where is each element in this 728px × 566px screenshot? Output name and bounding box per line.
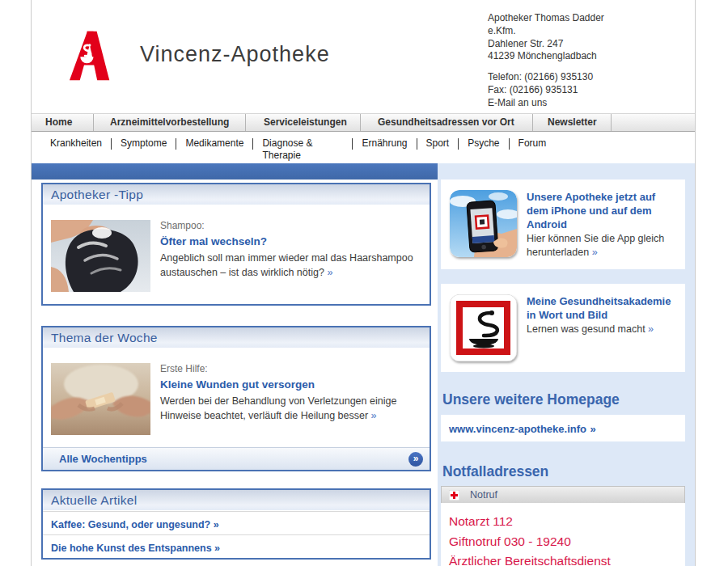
akademie-promo-text-block: Meine Gesundheitsakademie in Wort und Bi… (527, 294, 679, 361)
apotheke-a-logo-icon[interactable] (64, 29, 111, 82)
separator (458, 138, 459, 150)
notruf-panel: Notruf Notarzt 112 Giftnotruf 030 - 1924… (441, 486, 685, 566)
contact-legal: e.Kfm. (488, 25, 604, 38)
separator (176, 138, 176, 150)
subnav-item-ernaehrung[interactable]: Ernährung (362, 137, 407, 163)
subnav-item-sport[interactable]: Sport (426, 137, 450, 163)
site-title: Vincenz-Apotheke (140, 42, 330, 67)
app-promo-text-block: Unsere Apotheke jetzt auf dem iPhone und… (527, 190, 679, 259)
akademie-promo-title-link[interactable]: Meine Gesundheitsakademie in Wort und Bi… (527, 294, 679, 322)
thema-der-woche-body: Erste Hilfe: Kleine Wunden gut versorgen… (43, 348, 430, 447)
apotheker-tipp-teaser: Shampoo: Öfter mal wechseln? Angeblich s… (160, 220, 421, 292)
homepage-link[interactable]: www.vincenz-apotheke.info (449, 423, 586, 435)
contact-fax: Fax: (02166) 935131 (488, 84, 604, 97)
smartphone-app-image[interactable] (450, 190, 517, 257)
shampoo-image[interactable] (51, 220, 150, 292)
separator (111, 138, 112, 150)
nav-item-serviceleistungen[interactable]: Serviceleistungen (246, 114, 361, 131)
subnav-item-krankheiten[interactable]: Krankheiten (50, 137, 102, 163)
contact-block: Apotheker Thomas Dadder e.Kfm. Dahlener … (488, 12, 604, 118)
emergency-entry: Notarzt 112 (449, 512, 685, 532)
notruf-body: Notarzt 112 Giftnotruf 030 - 19240 Ärztl… (441, 503, 685, 566)
emergency-entry: Ärztlicher Bereitschaftsdienst (449, 551, 685, 566)
akademie-promo-text: Lernen was gesund macht » (527, 323, 679, 336)
more-link[interactable]: » (590, 423, 595, 435)
app-promo-box: Unsere Apotheke jetzt auf dem iPhone und… (441, 180, 685, 269)
subnav-item-forum[interactable]: Forum (518, 137, 547, 163)
nav-item-home[interactable]: Home (32, 114, 94, 131)
more-link[interactable]: » (327, 267, 332, 278)
notruf-header-bar: Notruf (441, 486, 685, 503)
teaser-headline-link[interactable]: Kleine Wunden gut versorgen (160, 378, 315, 391)
gesundheitsakademie-logo-image[interactable] (450, 294, 517, 361)
blue-divider-bar (32, 163, 438, 180)
subnav-item-medikamente[interactable]: Medikamente (185, 137, 243, 163)
apotheker-tipp-body: Shampoo: Öfter mal wechseln? Angeblich s… (43, 205, 430, 304)
teaser-headline-link[interactable]: Öfter mal wechseln? (160, 235, 267, 247)
subnav-item-symptome[interactable]: Symptome (121, 137, 167, 163)
contact-phone: Telefon: (02166) 935130 (488, 71, 604, 84)
app-promo-text: Hier können Sie die App gleich herunterl… (527, 232, 679, 259)
erste-hilfe-image[interactable] (51, 363, 150, 435)
akademie-promo-box: Meine Gesundheitsakademie in Wort und Bi… (441, 284, 685, 372)
thema-der-woche-box: Thema der Woche (41, 326, 431, 471)
subnav-item-psyche[interactable]: Psyche (468, 137, 499, 163)
article-link[interactable]: Kaffee: Gesund, oder ungesund? » (51, 519, 219, 530)
weitere-homepage-heading: Unsere weitere Homepage (442, 391, 695, 408)
notruf-label: Notruf (470, 489, 497, 501)
separator (252, 138, 253, 150)
site-header: Vincenz-Apotheke Apotheker Thomas Dadder… (32, 0, 695, 113)
teaser-text-span: Werden bei der Behandlung von Verletzung… (160, 395, 396, 421)
aktuelle-artikel-box: Aktuelle Artikel Kaffee: Gesund, oder un… (41, 488, 431, 560)
more-link[interactable]: » (592, 247, 598, 258)
email-link[interactable]: E-Mail an uns (488, 97, 547, 108)
chevron-right-button[interactable]: » (408, 452, 423, 467)
separator (417, 138, 417, 150)
more-link[interactable]: » (371, 410, 377, 421)
red-cross-icon (449, 490, 459, 501)
contact-street: Dahlener Str. 247 (488, 38, 604, 51)
teaser-text: Werden bei der Behandlung von Verletzung… (160, 395, 421, 423)
subnav-item-diagnose-therapie[interactable]: Diagnose & Therapie (262, 137, 343, 163)
topic-navigation: Krankheiten Symptome Medikamente Diagnos… (32, 132, 695, 163)
main-column: Apotheker -Tipp (32, 163, 438, 566)
alle-wochentipps-link[interactable]: Alle Wochentipps (59, 453, 408, 465)
app-promo-title-link[interactable]: Unsere Apotheke jetzt auf dem iPhone und… (527, 190, 679, 231)
teaser-kicker: Erste Hilfe: (160, 363, 421, 374)
article-link-row: Kaffee: Gesund, oder ungesund? » (43, 511, 430, 534)
homepage-link-box: www.vincenz-apotheke.info » (441, 415, 685, 441)
thema-teaser: Erste Hilfe: Kleine Wunden gut versorgen… (160, 363, 421, 435)
apotheker-tipp-title: Apotheker -Tipp (43, 184, 430, 205)
thema-der-woche-title: Thema der Woche (43, 327, 430, 348)
teaser-text-span: Angeblich soll man immer wieder mal das … (160, 252, 413, 278)
sidebar: Unsere Apotheke jetzt auf dem iPhone und… (438, 163, 695, 566)
article-link[interactable]: Die hohe Kunst des Entspannens » (51, 543, 220, 554)
article-link-row: Die hohe Kunst des Entspannens » (43, 534, 430, 558)
page-container: Vincenz-Apotheke Apotheker Thomas Dadder… (31, 0, 696, 566)
content-area: Apotheker -Tipp (32, 163, 695, 566)
nav-item-arzneimittelvorbestellung[interactable]: Arzneimittelvorbestellung (94, 114, 246, 131)
teaser-text: Angeblich soll man immer wieder mal das … (160, 251, 421, 280)
notfalladressen-heading: Notfalladressen (442, 463, 695, 480)
apotheker-tipp-box: Apotheker -Tipp (41, 183, 431, 306)
contact-name: Apotheker Thomas Dadder (488, 12, 604, 25)
separator (509, 138, 510, 150)
separator (352, 138, 353, 150)
teaser-kicker: Shampoo: (160, 220, 421, 231)
aktuelle-artikel-title: Aktuelle Artikel (43, 490, 430, 511)
akademie-promo-text-span: Lernen was gesund macht (527, 323, 645, 335)
alle-wochentipps-bar[interactable]: Alle Wochentipps » (43, 447, 430, 470)
emergency-entry: Giftnotruf 030 - 19240 (449, 532, 685, 552)
more-link[interactable]: » (648, 323, 654, 335)
contact-city: 41239 Mönchengladbach (488, 50, 604, 63)
